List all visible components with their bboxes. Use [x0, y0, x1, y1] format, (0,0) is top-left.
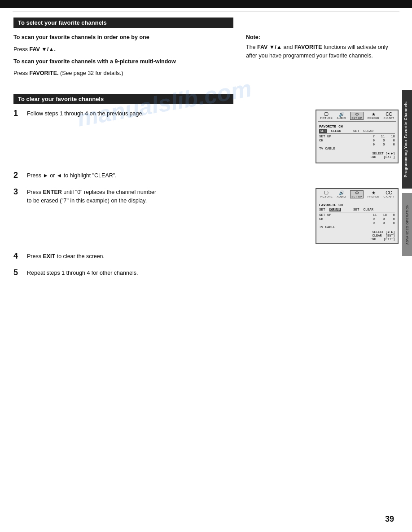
screen2-subtitle: SET CLEAR SET CLEAR	[319, 208, 395, 212]
subsection2-title: To scan your favorite channels with a 9-…	[13, 57, 232, 66]
section2: To clear your favorite channels 1 Follow…	[13, 94, 399, 277]
s2-tab-ccapt: CC C CAPT	[384, 191, 394, 198]
screen2-row3: 0 0 0	[319, 221, 395, 225]
note-title: Note:	[246, 33, 399, 42]
section1-header: To select your favorite channels	[13, 18, 233, 28]
step5-text: Repeat steps 1 through 4 for other chann…	[27, 269, 157, 277]
screen1-title: FAVORITE CH	[319, 124, 395, 128]
step3-text: Press ENTER until "0" replaces the chann…	[27, 188, 157, 205]
step1-text: Follow steps 1 through 4 on the previous…	[27, 110, 157, 118]
audio-icon: 🔊	[339, 112, 344, 117]
screen1-row4: TV CABLE	[319, 147, 395, 150]
sidebar-label2-text: ADVANCED OPERATION	[406, 204, 409, 245]
step5-row: 5 Repeat steps 1 through 4 for other cha…	[13, 269, 399, 277]
screen2-row2: CH 0 0 0	[319, 217, 395, 221]
step1-num: 1	[13, 109, 24, 118]
section1-right: Note: The FAV ▼/▲ and FAVORITE functions…	[246, 33, 399, 81]
sidebar-label2: ADVANCED OPERATION	[402, 193, 412, 256]
step3-num: 3	[13, 187, 24, 197]
tab-audio: 🔊 AUDIO	[337, 112, 346, 119]
s2-tab-audio: 🔊 AUDIO	[337, 191, 346, 198]
step3-row: 3 Press ENTER until "0" replaces the cha…	[13, 188, 399, 244]
screen2-row1: SET UP 11 18 0	[319, 213, 395, 217]
section1-body: To scan your favorite channels in order …	[13, 33, 399, 81]
tab-ccapt: CC C CAPT	[384, 112, 394, 119]
setup-icon: ⚙	[355, 112, 359, 117]
screen1-nav: SELECT [◄ ►]END [EXIT]	[319, 152, 395, 159]
s2-tab-setup: ⚙ SET UP	[350, 190, 363, 198]
s2-tab-prefer: ★ PREFER	[368, 191, 379, 198]
step3-left: 3 Press ENTER until "0" replaces the cha…	[13, 188, 307, 205]
set-highlight: SET	[319, 129, 327, 133]
step4-row: 4 Press EXIT to clear the screen.	[13, 252, 399, 261]
s2-ccapt-icon: CC	[386, 191, 392, 195]
step2-text: Press ► or ◄ to highlight "CLEAR".	[27, 171, 157, 180]
subsection1-title: To scan your favorite channels in order …	[13, 33, 232, 42]
s2-audio-icon: 🔊	[339, 191, 344, 195]
screen2-tabs: 🖵 PICTURE 🔊 AUDIO ⚙ SET UP ★ PREFER	[318, 190, 396, 200]
s2-tab-picture: 🖵 PICTURE	[320, 191, 333, 198]
section1: To select your favorite channels To scan…	[13, 18, 399, 81]
clear-highlight: CLEAR	[329, 208, 342, 211]
ccapt-icon: CC	[386, 112, 392, 117]
screen2-row4: TV CABLE	[319, 225, 395, 229]
screen2-title: FAVORITE CH	[319, 203, 395, 207]
step5-num: 5	[13, 268, 24, 277]
screen2-cols: SET CLEAR	[353, 208, 373, 211]
step2-num: 2	[13, 171, 24, 180]
subsection2-body: Press FAVORITE. (See page 32 for details…	[13, 69, 232, 78]
picture-icon: 🖵	[324, 112, 329, 117]
note-body: The FAV ▼/▲ and FAVORITE functions will …	[246, 43, 399, 60]
tab-setup: ⚙ SET UP	[350, 112, 363, 120]
step5-left: 5 Repeat steps 1 through 4 for other cha…	[13, 269, 399, 277]
top-bar	[0, 0, 412, 8]
screen1-row2: CH 0 0 0	[319, 139, 395, 142]
step1-row: 1 Follow steps 1 through 4 on the previo…	[13, 110, 399, 163]
right-black-strip	[402, 0, 412, 8]
screen2-mockup: 🖵 PICTURE 🔊 AUDIO ⚙ SET UP ★ PREFER	[316, 188, 399, 244]
screen1-subtitle: SET CLEAR SET CLEAR	[319, 129, 395, 134]
sidebar-label1: Programming Your Favorite Channels	[402, 90, 412, 189]
step4-num: 4	[13, 251, 24, 261]
screen1-body: FAVORITE CH SET CLEAR SET CLEAR SET UP 7…	[318, 123, 396, 160]
screen1-tabs: 🖵 PICTURE 🔊 AUDIO ⚙ SET UP ★ PREFER	[318, 112, 396, 122]
s2-prefer-icon: ★	[372, 191, 376, 195]
page-content: To select your favorite channels To scan…	[0, 12, 412, 277]
screen2-nav: SELECT [◄ ►]CLEAR [ENT]END [EXIT]	[319, 230, 395, 241]
subsection1-body: Press FAV ▼/▲.	[13, 45, 232, 54]
step4-left: 4 Press EXIT to clear the screen.	[13, 252, 399, 261]
screen2-body: FAVORITE CH SET CLEAR SET CLEAR SET UP 1…	[318, 202, 396, 242]
page-number: 39	[385, 514, 394, 524]
s2-setup-icon: ⚙	[355, 191, 359, 195]
section1-left: To scan your favorite channels in order …	[13, 33, 232, 81]
screen1-cols: SET CLEAR	[353, 129, 373, 133]
tab-picture: 🖵 PICTURE	[320, 112, 333, 119]
step2-row: 2 Press ► or ◄ to highlight "CLEAR".	[13, 171, 399, 180]
step4-text: Press EXIT to clear the screen.	[27, 252, 157, 261]
screen1-mockup: 🖵 PICTURE 🔊 AUDIO ⚙ SET UP ★ PREFER	[316, 110, 399, 163]
step1-left: 1 Follow steps 1 through 4 on the previo…	[13, 110, 307, 118]
prefer-icon: ★	[372, 112, 376, 117]
screen1-row1: SET UP 7 11 18	[319, 135, 395, 138]
tab-prefer: ★ PREFER	[368, 112, 379, 119]
section2-header: To clear your favorite channels	[13, 94, 233, 104]
screen1-row3: 0 0 0	[319, 143, 395, 146]
step2-left: 2 Press ► or ◄ to highlight "CLEAR".	[13, 171, 399, 180]
s2-picture-icon: 🖵	[324, 191, 329, 195]
